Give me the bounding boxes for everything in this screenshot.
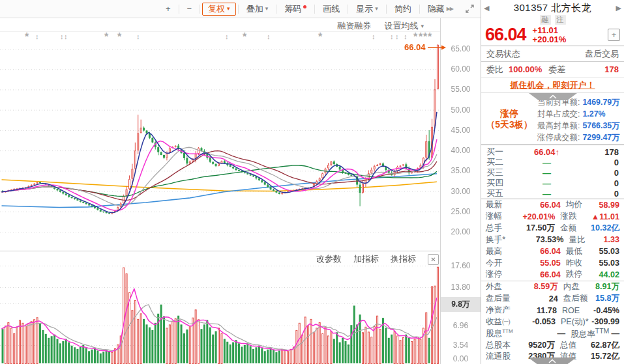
stat-value: 66.04: [518, 201, 561, 210]
last-price: 66.04: [485, 25, 526, 45]
price-tick-label: 60.00: [441, 64, 481, 74]
limit-up-section: 涨停 （5天3板） 当前封单额:1469.79万封单占成交:1.27%最高封单额…: [481, 93, 624, 145]
zoom-in-button[interactable]: +: [160, 3, 177, 16]
stock-code: 301357: [514, 2, 548, 13]
stat-row: 最高66.04最低55.03: [481, 245, 624, 257]
weibi-label: 委比: [486, 64, 503, 76]
edit-params-link[interactable]: 改参数: [316, 253, 342, 265]
add-to-watchlist-button[interactable]: +: [608, 29, 620, 41]
toolbar-separator: [276, 5, 276, 14]
stat-label: 收益㈠: [486, 316, 516, 328]
bid-price: —: [510, 189, 584, 199]
toolbar-separator: [238, 5, 239, 14]
toolbar-button-叠加[interactable]: 叠加▾: [241, 3, 275, 16]
margin-trading-link[interactable]: 融资融券: [337, 20, 371, 32]
chevron-up-icon: [548, 359, 557, 363]
stat-label: 流通股: [486, 351, 515, 362]
toolbar-button-显示[interactable]: 显示▾: [350, 3, 384, 16]
pane-divider[interactable]: [0, 251, 441, 251]
limit-up-row-value: 1.27%: [582, 108, 605, 120]
stat-value: -309.99: [591, 317, 619, 326]
quote-panel: ◀ 301357 北方长龙 ▶ 融注 66.04 +11.01 +20.01% …: [481, 0, 624, 364]
minus-icon: −: [187, 4, 192, 14]
stat-row: 最新66.04均价58.99: [481, 199, 624, 211]
plus-icon: +: [166, 4, 171, 14]
bid-volume: 178: [584, 147, 619, 157]
price-tick-label: 65.00: [441, 44, 481, 53]
stat-label: 金额: [560, 223, 591, 234]
indicator-bar: 改参数 加指标 换指标 ✕: [0, 253, 441, 265]
toolbar-button-简约[interactable]: 简约: [389, 3, 417, 16]
latest-price-annotation: 66.04: [404, 42, 447, 52]
stat-label: 跌停: [566, 269, 599, 280]
stat-row: 今开55.05昨收55.03: [481, 257, 624, 269]
toolbar-separator: [179, 5, 179, 14]
open-account-link[interactable]: 抓住机会，即刻开户！: [511, 79, 595, 91]
stock-badge[interactable]: 注: [555, 15, 566, 25]
volume-tick-label: 0.00: [441, 354, 481, 363]
bid-price: —: [510, 178, 584, 188]
stat-value: 24: [516, 294, 558, 303]
next-stock-arrow[interactable]: ▶: [616, 4, 621, 12]
stat-row: 收益㈠-0.053PE(动)*-309.99: [481, 316, 624, 328]
caret-down-icon: ▾: [375, 6, 378, 12]
volume-chart[interactable]: [0, 253, 440, 364]
price-tick-label: 50.00: [441, 105, 481, 115]
toolbar-button-label: 显示: [356, 3, 373, 15]
stat-value: —: [520, 329, 565, 338]
close-icon: ✕: [430, 256, 436, 263]
bid-price: —: [510, 168, 584, 178]
stat-row: 涨幅+20.01%涨跌▲11.01: [481, 211, 624, 223]
bid-table: 买一66.04↑178买二—0买三—0买四—0买五—0: [481, 145, 624, 199]
price-tick-label: 55.00: [441, 85, 481, 94]
candlestick-chart[interactable]: [0, 38, 440, 251]
stat-label: 昨收: [566, 258, 599, 269]
ma-setting-label: 设置均线: [384, 20, 418, 32]
stat-label: 股息率TTM: [571, 327, 606, 340]
promo-row: 抓住机会，即刻开户！: [481, 77, 624, 93]
stat-row: 总股本9520万总值62.87亿: [481, 339, 624, 351]
stat-label: 涨跌: [561, 211, 591, 222]
toolbar-button-筹码[interactable]: 筹码: [278, 3, 312, 16]
stat-label: 总股本: [486, 340, 515, 351]
price-tick-label: 35.00: [441, 166, 481, 175]
stat-value: 73.53%: [519, 235, 564, 244]
bid-row: 买三—0: [481, 167, 624, 178]
price-change-pct: +20.01%: [533, 35, 567, 44]
annotation-value: 66.04: [404, 42, 426, 52]
stat-value: 44.02: [599, 270, 619, 279]
stat-label: 最低: [566, 246, 599, 257]
stat-row: 盘后量24盘后额15.8万: [481, 293, 624, 305]
toolbar-separator: [386, 5, 387, 14]
toolbar-button-画线[interactable]: 画线: [317, 3, 346, 16]
stock-badge[interactable]: 融: [540, 15, 551, 25]
ma-setting-link[interactable]: 设置均线 ▾: [384, 20, 424, 32]
limit-up-row: 涨停成交额:7299.47万: [537, 132, 624, 143]
stat-value: 17.50万: [515, 223, 555, 234]
stat-value: 9520万: [515, 340, 555, 351]
stat-row: 涨停66.04跌停44.02: [481, 269, 624, 281]
stat-value: 66.04: [518, 247, 561, 256]
volume-tick-label: 6.96: [441, 321, 481, 330]
stat-row: 净资产11.78ROE-0.45%: [481, 305, 624, 316]
toolbar-separator: [348, 5, 348, 14]
add-indicator-link[interactable]: 加指标: [353, 253, 379, 265]
zoom-out-button[interactable]: −: [181, 3, 198, 16]
chart-quick-links: 融资融券 设置均线 ▾: [0, 20, 424, 32]
bid-volume: 0: [584, 189, 619, 199]
prev-stock-arrow[interactable]: ◀: [484, 4, 489, 12]
toolbar-button-label: 画线: [323, 3, 340, 15]
stock-badges: 融注: [481, 15, 624, 25]
switch-indicator-link[interactable]: 换指标: [391, 253, 416, 265]
stat-value: 55.03: [599, 247, 619, 256]
stock-name: 北方长龙: [551, 2, 591, 13]
stats-table: 最新66.04均价58.99涨幅+20.01%涨跌▲11.01总手17.50万金…: [481, 199, 624, 363]
stat-value: 11.78: [516, 306, 556, 315]
stat-label: 最高: [486, 246, 518, 257]
stat-row: 总手17.50万金额10.32亿: [481, 223, 624, 234]
close-indicator-button[interactable]: ✕: [428, 254, 439, 265]
stat-row: 外盘8.59万内盘8.91万: [481, 281, 624, 293]
limit-up-row-value: 1469.79万: [582, 96, 619, 108]
limit-up-row: 最高封单额:5766.35万: [537, 120, 624, 132]
toolbar-button-复权[interactable]: 复权▾: [202, 3, 236, 16]
